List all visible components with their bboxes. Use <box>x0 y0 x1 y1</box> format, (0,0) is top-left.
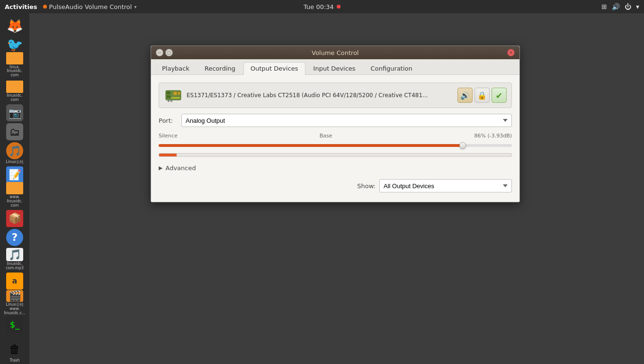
port-select[interactable]: Analog Output Digital Output HDMI Output <box>181 114 512 127</box>
sidebar-item-label: linuxidc.com.mp3 <box>6 262 24 271</box>
device-name-label: ES1371/ES1373 / Creative Labs CT2518 (Au… <box>187 92 454 99</box>
sidebar: 🦊 🐦 linux.linuxidc.com linuxidc.com 📷 🗂 … <box>0 13 29 364</box>
sidebar-item-label: Linux公社www.linuxidc.c... <box>4 303 26 315</box>
sidebar-item-amazon[interactable]: a <box>3 273 26 290</box>
device-default-button[interactable]: ✔ <box>492 88 507 103</box>
sidebar-item-camera[interactable]: 📷 <box>3 104 26 121</box>
device-row: ES1371/ES1373 / Creative Labs CT2518 (Au… <box>159 82 512 108</box>
svg-rect-7 <box>170 100 172 102</box>
volume-level-bar <box>159 153 512 157</box>
desktop: − □ Volume Control ✕ Playback Recording … <box>29 13 644 364</box>
volume-slider-container <box>159 141 512 150</box>
port-row: Port: Analog Output Digital Output HDMI … <box>159 114 512 127</box>
sidebar-item-label: Linux公社 <box>6 160 24 164</box>
device-icon <box>164 86 183 105</box>
recording-dot <box>337 5 340 9</box>
window-maximize-button[interactable]: □ <box>165 49 173 56</box>
volume-icon[interactable]: 🔊 <box>612 3 620 10</box>
svg-rect-6 <box>168 100 170 102</box>
sidebar-item-label: linux.linuxidc.com <box>7 65 23 78</box>
device-lock-button[interactable]: 🔒 <box>474 88 490 103</box>
topbar: Activities PulseAudio Volume Control ▾ T… <box>0 0 644 13</box>
volume-slider-thumb[interactable] <box>459 142 466 149</box>
sidebar-item-mp3[interactable]: 🎵 linuxidc.com.mp3 <box>3 248 26 271</box>
tab-bar: Playback Recording Output Devices Input … <box>151 59 519 75</box>
tab-playback[interactable]: Playback <box>155 62 197 74</box>
sidebar-item-terminal[interactable]: $_ <box>3 316 26 333</box>
power-icon[interactable]: ⏻ <box>625 3 631 10</box>
clock-label: Tue 00:34 <box>304 3 334 10</box>
volume-percent-label: 86% (-3.93dB) <box>474 133 512 139</box>
app-name-label: PulseAudio Volume Control <box>49 3 132 10</box>
sidebar-item-file-manager[interactable]: 🗂 <box>3 123 26 140</box>
silence-label: Silence <box>159 133 178 139</box>
app-dot <box>43 5 47 9</box>
device-mute-button[interactable]: 🔊 <box>457 88 473 103</box>
show-select[interactable]: All Output Devices Hardware Output Devic… <box>379 179 512 192</box>
show-row: Show: All Output Devices Hardware Output… <box>159 173 512 194</box>
tab-input-devices[interactable]: Input Devices <box>306 62 363 74</box>
sidebar-item-help[interactable]: ? <box>3 229 26 246</box>
window-title: Volume Control <box>173 49 498 56</box>
sidebar-item-folder-linux3[interactable]: 🎬 Linux公社www.linuxidc.c... <box>3 291 26 314</box>
volume-labels: Silence Base 86% (-3.93dB) <box>159 133 512 139</box>
svg-rect-1 <box>167 91 170 94</box>
volume-area: Silence Base 86% (-3.93dB) <box>159 133 512 157</box>
sidebar-item-firefox[interactable]: 🦊 <box>3 17 26 34</box>
volume-slider-fill <box>159 144 463 147</box>
tab-recording[interactable]: Recording <box>197 62 242 74</box>
sidebar-item-app-installer[interactable]: 📦 <box>3 210 26 227</box>
volume-control-window: − □ Volume Control ✕ Playback Recording … <box>151 46 520 202</box>
power-dropdown-icon[interactable]: ▾ <box>636 3 639 10</box>
soundcard-svg <box>165 87 182 104</box>
volume-level-fill <box>159 154 177 156</box>
sidebar-item-folder-linuxidc[interactable]: linuxidc.com <box>3 80 26 102</box>
base-label: Base <box>320 133 332 139</box>
sidebar-item-thunderbird[interactable]: 🐦 <box>3 36 26 53</box>
speaker-icon: 🔊 <box>460 91 470 100</box>
topbar-center: Tue 00:34 <box>304 3 340 10</box>
device-buttons: 🔊 🔒 ✔ <box>457 88 507 103</box>
sidebar-item-label: Trash <box>9 359 19 363</box>
network-icon[interactable]: ⊞ <box>601 3 607 10</box>
app-dropdown-icon[interactable]: ▾ <box>134 4 136 9</box>
topbar-right: ⊞ 🔊 ⏻ ▾ <box>601 3 639 10</box>
sidebar-item-folder-www[interactable]: www.linuxidc.com <box>3 185 26 208</box>
window-close-button[interactable]: ✕ <box>507 49 515 56</box>
sidebar-item-folder-linux[interactable]: linux.linuxidc.com <box>3 55 26 78</box>
window-minimize-button[interactable]: − <box>156 49 163 56</box>
window-titlebar: − □ Volume Control ✕ <box>151 46 519 59</box>
advanced-arrow-icon: ▶ <box>159 165 162 171</box>
sidebar-item-writer[interactable]: 📝 <box>3 166 26 183</box>
topbar-left: Activities PulseAudio Volume Control ▾ <box>5 3 136 10</box>
tab-output-devices[interactable]: Output Devices <box>243 62 305 75</box>
show-label: Show: <box>357 182 376 190</box>
check-icon: ✔ <box>495 91 502 100</box>
sidebar-item-label: www.linuxidc.com <box>7 195 23 208</box>
svg-point-3 <box>173 91 177 95</box>
window-content: ES1371/ES1373 / Creative Labs CT2518 (Au… <box>151 75 519 202</box>
app-indicator[interactable]: PulseAudio Volume Control ▾ <box>43 3 137 10</box>
advanced-label: Advanced <box>165 164 196 172</box>
sidebar-item-trash[interactable]: 🗑 Trash <box>3 341 26 363</box>
activities-button[interactable]: Activities <box>5 3 37 10</box>
svg-rect-5 <box>171 97 180 99</box>
tab-configuration[interactable]: Configuration <box>364 62 420 74</box>
window-controls: − □ <box>156 49 173 56</box>
volume-bar-row <box>159 153 512 157</box>
lock-icon: 🔒 <box>477 91 487 100</box>
sidebar-item-rhythmbox[interactable]: 🎵 Linux公社 <box>3 142 26 164</box>
sidebar-item-label: linuxidc.com <box>7 94 23 102</box>
advanced-row[interactable]: ▶ Advanced <box>159 163 512 173</box>
trash-icon: 🗑 <box>6 341 23 358</box>
svg-rect-2 <box>167 95 170 98</box>
svg-point-4 <box>178 92 180 95</box>
port-label: Port: <box>159 117 178 124</box>
